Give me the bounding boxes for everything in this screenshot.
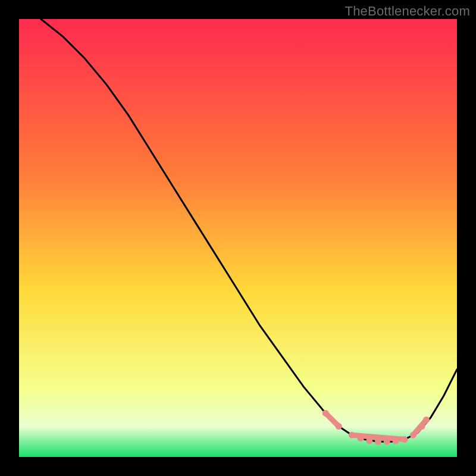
chart-frame	[19, 19, 457, 457]
marker-point	[410, 432, 416, 439]
marker-point	[358, 435, 364, 441]
marker-point	[393, 437, 399, 444]
marker-point	[375, 439, 381, 445]
attribution-text: TheBottlenecker.com	[345, 4, 470, 19]
bottleneck-chart	[19, 19, 457, 457]
marker-point	[349, 432, 355, 439]
marker-point	[322, 410, 329, 416]
marker-point	[336, 423, 342, 430]
marker-point	[419, 423, 425, 430]
marker-point	[423, 416, 430, 423]
gradient-background	[19, 19, 457, 457]
marker-point	[384, 439, 390, 445]
marker-point	[401, 436, 408, 443]
marker-point	[366, 437, 372, 444]
